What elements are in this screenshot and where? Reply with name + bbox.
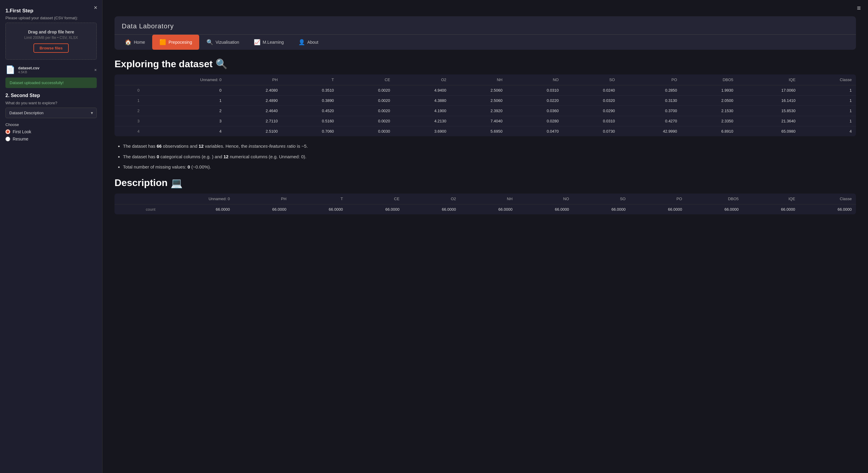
- nav-item-home[interactable]: 🏠 Home: [118, 35, 152, 50]
- desc-col-nh: NH: [460, 194, 517, 204]
- step1-title: 1.First Step: [5, 8, 97, 14]
- col-header-nh: NH: [451, 75, 507, 85]
- radio-first-look-input[interactable]: [5, 129, 10, 134]
- radio-resume[interactable]: Resume: [5, 137, 97, 141]
- visualisation-icon: 🔍: [207, 39, 213, 46]
- stat-3: Total number of missing values: 0 (~0.00…: [123, 164, 856, 171]
- col-header-ce: CE: [338, 75, 394, 85]
- explore-table-header-row: Unnamed: 0 PH T CE O2 NH NO SO PO DBO5 I…: [115, 75, 856, 85]
- table-row: count66.000066.000066.000066.000066.0000…: [115, 204, 856, 214]
- nav-item-mlearning[interactable]: 📈 M.Learning: [247, 35, 291, 50]
- explore-select[interactable]: Dataset Description Correlations Missing…: [5, 108, 97, 118]
- explore-heading-text: Exploring the dataset: [115, 58, 213, 70]
- desc-col-idx: [115, 194, 160, 204]
- menu-icon[interactable]: ≡: [857, 4, 861, 12]
- sidebar: × 1.First Step Please upload your datase…: [0, 0, 102, 473]
- choose-label: Choose: [5, 122, 97, 127]
- description-table-body: count66.000066.000066.000066.000066.0000…: [115, 204, 856, 214]
- radio-first-look[interactable]: First Look: [5, 129, 97, 134]
- desc-col-iqe: IQE: [743, 194, 800, 204]
- col-header-no: NO: [507, 75, 563, 85]
- nav-item-home-label: Home: [134, 40, 145, 45]
- nav-item-preprocessing[interactable]: 🟧 Prepocesing: [152, 35, 199, 50]
- desc-col-unnamed0: Unnamed: 0: [160, 194, 234, 204]
- col-header-classe: Classe: [800, 75, 856, 85]
- nav-item-about[interactable]: 👤 About: [291, 35, 326, 50]
- file-icon: 📄: [5, 65, 15, 75]
- stat-2: The dataset has 0 categorical columns (e…: [123, 153, 856, 160]
- col-header-dbo5: DBO5: [681, 75, 738, 85]
- drop-zone[interactable]: Drag and drop file here Limit 200MB per …: [5, 23, 97, 60]
- explore-table-wrap: Unnamed: 0 PH T CE O2 NH NO SO PO DBO5 I…: [115, 75, 856, 136]
- about-icon: 👤: [299, 39, 305, 46]
- description-heading-icon: 💻: [170, 177, 183, 189]
- col-header-ph: PH: [226, 75, 282, 85]
- explore-heading: Exploring the dataset 🔍: [115, 58, 856, 70]
- explore-question: What do you want to explore?: [5, 101, 97, 105]
- desc-col-ph: PH: [234, 194, 291, 204]
- nav-item-about-label: About: [307, 40, 318, 45]
- description-heading: Description 💻: [115, 177, 856, 189]
- file-size: 4.5KB: [18, 70, 91, 74]
- col-header-t: T: [282, 75, 338, 85]
- col-header-so: SO: [563, 75, 619, 85]
- topbar: ≡: [102, 0, 868, 16]
- file-remove-button[interactable]: ×: [94, 67, 97, 72]
- dropzone-sub: Limit 200MB per file • CSV, XLSX: [10, 36, 92, 40]
- desc-col-dbo5: DBO5: [686, 194, 743, 204]
- desc-col-so: SO: [573, 194, 630, 204]
- desc-col-classe: Classe: [799, 194, 856, 204]
- preprocessing-icon: 🟧: [159, 39, 166, 46]
- col-header-idx: [115, 75, 144, 85]
- close-button[interactable]: ×: [94, 4, 97, 11]
- col-header-o2: O2: [394, 75, 450, 85]
- upload-label: Please upload your dataset (CSV format):: [5, 16, 97, 20]
- table-row: 002.40800.35100.00204.94002.50600.03100.…: [115, 85, 856, 95]
- desc-col-ce: CE: [347, 194, 404, 204]
- desc-col-po: PO: [630, 194, 687, 204]
- description-table: Unnamed: 0 PH T CE O2 NH NO SO PO DBO5 I…: [115, 194, 856, 214]
- file-name: dataset.csv: [18, 66, 91, 70]
- col-header-unnamed0: Unnamed: 0: [144, 75, 226, 85]
- nav-card: Data Laboratory 🏠 Home 🟧 Prepocesing 🔍 V…: [115, 16, 856, 50]
- nav-item-preprocessing-label: Prepocesing: [168, 40, 192, 45]
- content-panel: Data Laboratory 🏠 Home 🟧 Prepocesing 🔍 V…: [102, 16, 868, 473]
- description-heading-text: Description: [115, 177, 167, 188]
- nav-item-visualisation[interactable]: 🔍 Vizualisation: [199, 35, 246, 50]
- stat-1: The dataset has 66 observations and 12 v…: [123, 143, 856, 150]
- description-table-wrap: Unnamed: 0 PH T CE O2 NH NO SO PO DBO5 I…: [115, 194, 856, 214]
- nav-items: 🏠 Home 🟧 Prepocesing 🔍 Vizualisation 📈 M…: [115, 35, 856, 50]
- desc-col-o2: O2: [404, 194, 460, 204]
- explore-table-body: 002.40800.35100.00204.94002.50600.03100.…: [115, 85, 856, 137]
- col-header-iqe: IQE: [738, 75, 800, 85]
- file-info: dataset.csv 4.5KB: [18, 66, 91, 74]
- desc-col-no: NO: [517, 194, 574, 204]
- description-table-header-row: Unnamed: 0 PH T CE O2 NH NO SO PO DBO5 I…: [115, 194, 856, 204]
- step2-title: 2. Second Step: [5, 93, 97, 98]
- table-row: 112.48900.38900.00204.38802.50600.02200.…: [115, 95, 856, 106]
- explore-heading-icon: 🔍: [216, 58, 227, 70]
- table-row: 442.51000.70600.00303.69005.69500.04700.…: [115, 126, 856, 137]
- main-panel: ≡ Data Laboratory 🏠 Home 🟧 Prepocesing 🔍…: [102, 0, 868, 473]
- dropzone-text: Drag and drop file here: [10, 30, 92, 34]
- radio-resume-input[interactable]: [5, 137, 10, 141]
- home-icon: 🏠: [125, 39, 131, 46]
- nav-item-visualisation-label: Vizualisation: [216, 40, 239, 45]
- table-row: 332.71100.51600.00204.21307.40400.02800.…: [115, 116, 856, 126]
- col-header-po: PO: [619, 75, 681, 85]
- explore-table: Unnamed: 0 PH T CE O2 NH NO SO PO DBO5 I…: [115, 75, 856, 136]
- radio-group: First Look Resume: [5, 129, 97, 141]
- explore-select-wrapper: Dataset Description Correlations Missing…: [5, 108, 97, 118]
- nav-title: Data Laboratory: [115, 16, 856, 34]
- table-row: 222.46400.45200.00204.19002.39200.03600.…: [115, 106, 856, 116]
- browse-files-button[interactable]: Browse files: [33, 43, 69, 53]
- desc-col-t: T: [290, 194, 347, 204]
- stats-list: The dataset has 66 observations and 12 v…: [115, 143, 856, 171]
- file-row: 📄 dataset.csv 4.5KB ×: [5, 65, 97, 75]
- radio-first-look-label: First Look: [13, 129, 31, 134]
- nav-item-mlearning-label: M.Learning: [263, 40, 284, 45]
- radio-resume-label: Resume: [13, 137, 28, 141]
- mlearning-icon: 📈: [254, 39, 260, 46]
- success-badge: Dataset uploaded successfully!: [5, 78, 97, 88]
